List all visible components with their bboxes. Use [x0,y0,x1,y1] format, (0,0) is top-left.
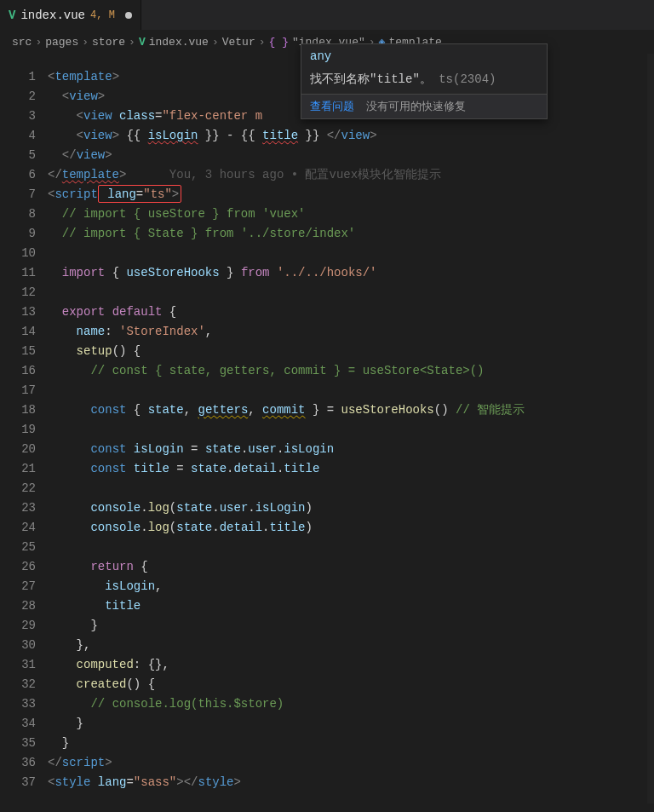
breadcrumb-item[interactable]: index.vue [149,36,209,49]
line-number: 23 [0,498,36,518]
line-number: 9 [0,224,36,244]
line-number: 37 [0,773,36,792]
line-number: 26 [0,557,36,577]
code-line[interactable]: } [48,734,654,753]
line-number: 11 [0,263,36,283]
code-line[interactable]: export default { [48,302,654,322]
line-number: 4 [0,126,36,146]
minimap[interactable] [647,54,654,803]
line-number: 5 [0,146,36,165]
line-number: 2 [0,87,36,107]
code-line[interactable]: computed: {}, [48,655,654,675]
braces-icon: { } [269,36,289,49]
tab-status: 4, M [90,9,115,21]
highlight-box: lang="ts"> [98,185,181,203]
code-line[interactable]: // const { state, getters, commit } = us… [48,361,654,381]
line-number: 27 [0,577,36,596]
line-number: 24 [0,518,36,538]
line-number: 22 [0,479,36,498]
code-line[interactable]: <style lang="sass"></style> [48,773,654,792]
line-number: 16 [0,361,36,381]
code-line[interactable] [48,283,654,302]
line-number: 12 [0,283,36,302]
line-number: 8 [0,204,36,224]
breadcrumb-item[interactable]: pages [45,36,78,49]
code-area[interactable]: any 找不到名称"title"。 ts(2304) 查看问题 没有可用的快速修… [48,54,654,792]
line-number: 30 [0,636,36,655]
code-line[interactable]: } [48,616,654,636]
code-line[interactable]: // import { State } from '../store/index… [48,224,654,244]
line-number: 6 [0,165,36,185]
code-line[interactable]: </script> [48,753,654,773]
code-line[interactable]: console.log(state.detail.title) [48,518,654,538]
code-line[interactable]: import { useStoreHooks } from '../../hoo… [48,263,654,283]
line-number: 1 [0,67,36,87]
tab-index-vue[interactable]: V index.vue 4, M [0,0,141,30]
line-number: 36 [0,753,36,773]
tab-bar: V index.vue 4, M [0,0,654,30]
line-number: 15 [0,342,36,361]
code-line[interactable]: title [48,596,654,616]
code-line[interactable] [48,420,654,440]
code-line[interactable]: // import { useStore } from 'vuex' [48,204,654,224]
vue-icon: V [9,9,15,22]
line-number: 25 [0,538,36,557]
line-number: 20 [0,440,36,459]
tooltip-message: 找不到名称"title"。 ts(2304) [301,68,547,94]
code-line[interactable]: const { state, getters, commit } = useSt… [48,400,654,420]
line-number: 35 [0,734,36,753]
chevron-right-icon: › [82,36,89,49]
breadcrumb-item[interactable]: Vetur [222,36,255,49]
tab-filename: index.vue [20,9,85,22]
line-number: 18 [0,400,36,420]
chevron-right-icon: › [259,36,266,49]
code-line[interactable]: const isLogin = state.user.isLogin [48,440,654,459]
code-line[interactable]: const title = state.detail.title [48,459,654,479]
line-number: 34 [0,714,36,734]
vue-icon: V [139,36,146,49]
code-line[interactable]: <view> {{ isLogin }} - {{ title }} </vie… [48,126,654,146]
line-number: 32 [0,675,36,694]
code-line[interactable]: } [48,714,654,734]
code-line[interactable]: created() { [48,675,654,694]
chevron-right-icon: › [212,36,219,49]
code-line[interactable]: <script lang="ts"> [48,185,654,204]
line-number: 28 [0,596,36,616]
code-line[interactable]: name: 'StoreIndex', [48,322,654,342]
line-number: 14 [0,322,36,342]
code-line[interactable] [48,538,654,557]
line-number: 31 [0,655,36,675]
line-number: 17 [0,381,36,400]
line-number: 7 [0,185,36,204]
tooltip-type: any [301,44,547,68]
inline-blame: You, 3 hours ago • 配置vuex模块化智能提示 [169,168,441,181]
code-line[interactable]: console.log(state.user.isLogin) [48,498,654,518]
line-number: 13 [0,302,36,322]
code-line[interactable]: return { [48,557,654,577]
code-line[interactable]: }, [48,636,654,655]
chevron-right-icon: › [35,36,42,49]
code-line[interactable]: isLogin, [48,577,654,596]
code-line[interactable]: </template> You, 3 hours ago • 配置vuex模块化… [48,165,654,185]
code-line[interactable] [48,244,654,263]
line-number: 33 [0,694,36,714]
view-problem-link[interactable]: 查看问题 [310,99,354,114]
editor[interactable]: You, 3 hours ago | 1 author (You) 1 2 3 … [0,54,654,792]
no-quick-fix-label: 没有可用的快速修复 [366,99,466,114]
chevron-right-icon: › [129,36,135,49]
line-number: 29 [0,616,36,636]
line-number: 10 [0,244,36,263]
breadcrumb-item[interactable]: src [12,36,32,49]
unsaved-dot-icon [125,12,132,19]
line-number: 19 [0,420,36,440]
line-number: 21 [0,459,36,479]
line-number: 3 [0,107,36,126]
code-line[interactable] [48,479,654,498]
code-line[interactable]: </view> [48,146,654,165]
code-line[interactable] [48,381,654,400]
code-line[interactable]: setup() { [48,342,654,361]
breadcrumb-item[interactable]: store [92,36,125,49]
code-line[interactable]: // console.log(this.$store) [48,694,654,714]
line-gutter: 1 2 3 4 5 6 7 8 9 10 11 12 13 14 15 16 1… [0,54,48,792]
hover-tooltip: any 找不到名称"title"。 ts(2304) 查看问题 没有可用的快速修… [301,43,548,119]
